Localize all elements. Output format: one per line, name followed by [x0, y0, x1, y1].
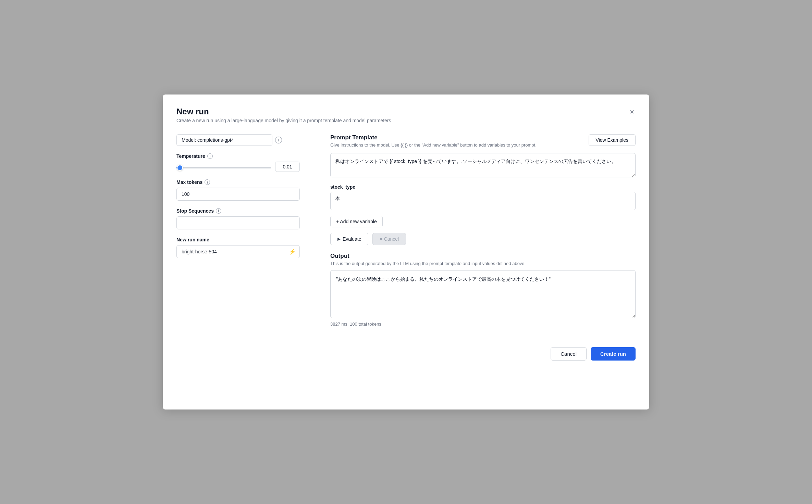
prompt-template-subtitle: Give instructions to the model. Use {{ }…: [330, 142, 537, 148]
stop-sequences-label: Stop Sequences i: [176, 208, 300, 214]
temperature-slider[interactable]: [176, 167, 271, 168]
temperature-value: 0.01: [275, 162, 300, 172]
output-section: Output This is the output generated by t…: [330, 253, 636, 327]
model-info-icon[interactable]: i: [275, 137, 282, 143]
temp-slider-wrapper: [176, 164, 271, 170]
left-panel: Model: completions-gpt4Model: gpt-3.5-tu…: [176, 134, 300, 327]
cancel-eval-button: ■ Cancel: [372, 233, 406, 245]
variable-name-label: stock_type: [330, 184, 636, 190]
temperature-row: 0.01: [176, 162, 300, 172]
run-name-wrapper: ⚡: [176, 245, 300, 258]
temperature-group: Temperature i 0.01: [176, 153, 300, 172]
run-name-label: New run name: [176, 237, 300, 242]
max-tokens-label: Max tokens i: [176, 179, 300, 185]
temperature-info-icon[interactable]: i: [207, 153, 213, 159]
run-name-group: New run name ⚡: [176, 237, 300, 258]
play-icon: ▶: [337, 237, 341, 241]
footer-cancel-button[interactable]: Cancel: [551, 347, 587, 361]
modal-title: New run: [176, 107, 391, 116]
max-tokens-info-icon[interactable]: i: [205, 179, 210, 185]
modal: New run Create a new run using a large-l…: [163, 94, 649, 410]
output-title: Output: [330, 253, 636, 260]
modal-header: New run Create a new run using a large-l…: [176, 107, 636, 131]
right-panel: Prompt Template Give instructions to the…: [330, 134, 636, 327]
modal-overlay: New run Create a new run using a large-l…: [0, 0, 812, 504]
close-button[interactable]: ×: [628, 107, 636, 117]
stop-sequences-group: Stop Sequences i: [176, 208, 300, 229]
create-run-button[interactable]: Create run: [591, 347, 636, 361]
view-examples-button[interactable]: View Examples: [589, 134, 636, 146]
panel-divider: [315, 134, 315, 327]
output-subtitle: This is the output generated by the LLM …: [330, 261, 636, 266]
add-variable-button[interactable]: + Add new variable: [330, 216, 383, 227]
model-select[interactable]: Model: completions-gpt4Model: gpt-3.5-tu…: [176, 134, 272, 146]
max-tokens-group: Max tokens i: [176, 179, 300, 201]
stop-icon: ■: [380, 237, 382, 241]
variable-value-input[interactable]: 本: [330, 192, 636, 210]
stop-sequences-info-icon[interactable]: i: [216, 208, 221, 214]
modal-subtitle: Create a new run using a large-language …: [176, 118, 391, 123]
run-name-input[interactable]: [176, 245, 300, 258]
main-content: Model: completions-gpt4Model: gpt-3.5-tu…: [176, 134, 636, 327]
model-select-group: Model: completions-gpt4Model: gpt-3.5-tu…: [176, 134, 300, 146]
evaluate-row: ▶ Evaluate ■ Cancel: [330, 233, 636, 245]
prompt-template-textarea[interactable]: 私はオンラインストアで {{ stock_type }} を売っています。.ソー…: [330, 153, 636, 177]
model-select-wrapper: Model: completions-gpt4Model: gpt-3.5-tu…: [176, 134, 282, 146]
run-name-refresh-icon[interactable]: ⚡: [289, 249, 296, 255]
prompt-template-header: Prompt Template Give instructions to the…: [330, 134, 636, 152]
max-tokens-input[interactable]: [176, 188, 300, 201]
prompt-template-title: Prompt Template: [330, 134, 537, 141]
modal-title-area: New run Create a new run using a large-l…: [176, 107, 391, 131]
output-textarea[interactable]: "あなたの次の冒険はここから始まる、私たちのオンラインストアで最高の本を見つけて…: [330, 270, 636, 318]
stop-sequences-input[interactable]: [176, 216, 300, 229]
output-stats: 3827 ms, 100 total tokens: [330, 322, 636, 327]
evaluate-button[interactable]: ▶ Evaluate: [330, 233, 368, 245]
modal-footer: Cancel Create run: [176, 340, 636, 361]
prompt-template-title-area: Prompt Template Give instructions to the…: [330, 134, 537, 152]
temperature-label: Temperature i: [176, 153, 300, 159]
